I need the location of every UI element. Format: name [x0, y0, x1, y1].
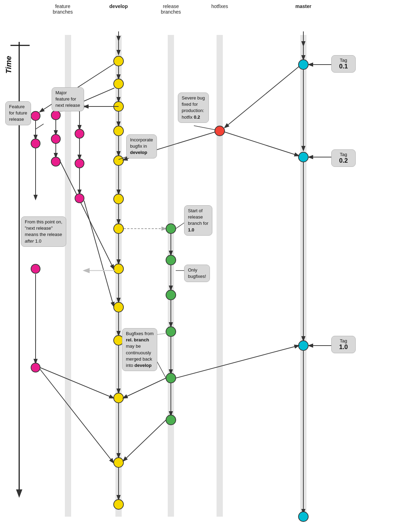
svg-point-30: [114, 264, 123, 274]
svg-point-10: [298, 152, 308, 162]
svg-point-72: [166, 290, 176, 300]
svg-line-82: [176, 346, 298, 378]
svg-point-40: [114, 500, 123, 509]
svg-line-78: [123, 378, 166, 398]
svg-point-22: [114, 126, 123, 136]
annotation-start-release: Start ofreleasebranch for1.0: [184, 205, 212, 236]
tag-10: Tag1.0: [331, 336, 356, 353]
svg-line-83: [225, 66, 299, 127]
annotation-next-release: From this point on,"next release"means t…: [21, 216, 66, 247]
svg-line-66: [40, 369, 113, 463]
time-label: Time: [4, 56, 13, 74]
svg-point-84: [215, 126, 225, 136]
svg-point-64: [31, 363, 40, 372]
svg-point-58: [31, 111, 40, 120]
svg-point-46: [51, 157, 60, 166]
hotfixes-header: hotfixes: [204, 3, 235, 9]
annotation-major-feature: Majorfeature fornext release: [52, 87, 84, 111]
annotation-bugfixes-merged: Bugfixes fromrel. branchmay becontinuous…: [122, 328, 157, 371]
svg-line-93: [36, 124, 44, 129]
svg-point-24: [114, 156, 123, 165]
svg-line-97: [176, 222, 185, 229]
svg-point-53: [75, 159, 84, 168]
svg-point-62: [31, 264, 40, 273]
tag-01: Tag0.1: [331, 55, 356, 73]
tag-02: Tag0.2: [331, 149, 356, 167]
svg-line-85: [225, 132, 298, 156]
svg-line-56: [84, 201, 114, 306]
svg-point-14: [298, 512, 308, 522]
svg-point-70: [166, 255, 176, 265]
svg-point-32: [114, 302, 123, 312]
svg-line-95: [194, 126, 215, 130]
svg-point-18: [114, 79, 123, 89]
svg-point-26: [114, 194, 123, 204]
feature-branches-header: feature branches: [45, 3, 80, 15]
annotation-severe-bug: Severe bugfixed forproduction:hotfix 0.2: [178, 93, 209, 123]
svg-point-12: [298, 341, 308, 350]
svg-line-81: [123, 420, 166, 461]
release-branches-header: releasebranches: [150, 3, 192, 15]
svg-point-44: [51, 134, 60, 143]
svg-point-77: [166, 373, 176, 383]
svg-point-28: [114, 224, 123, 234]
develop-header: develop: [103, 3, 134, 9]
svg-point-80: [166, 415, 176, 425]
svg-point-74: [166, 327, 176, 337]
annotation-feature-future: Featurefor futurerelease: [5, 101, 31, 125]
svg-point-16: [114, 56, 123, 66]
svg-point-38: [114, 458, 123, 467]
annotation-only-bugfixes: Onlybugfixes!: [184, 265, 210, 282]
annotation-incorporate-bugfix: Incorporatebugfix indevelop: [126, 134, 157, 158]
svg-point-60: [31, 139, 40, 148]
svg-point-68: [166, 224, 176, 234]
svg-point-8: [298, 60, 308, 69]
master-header: master: [286, 3, 321, 9]
svg-point-55: [75, 194, 84, 203]
svg-point-42: [51, 111, 60, 120]
svg-point-51: [75, 129, 84, 138]
svg-point-36: [114, 393, 123, 403]
